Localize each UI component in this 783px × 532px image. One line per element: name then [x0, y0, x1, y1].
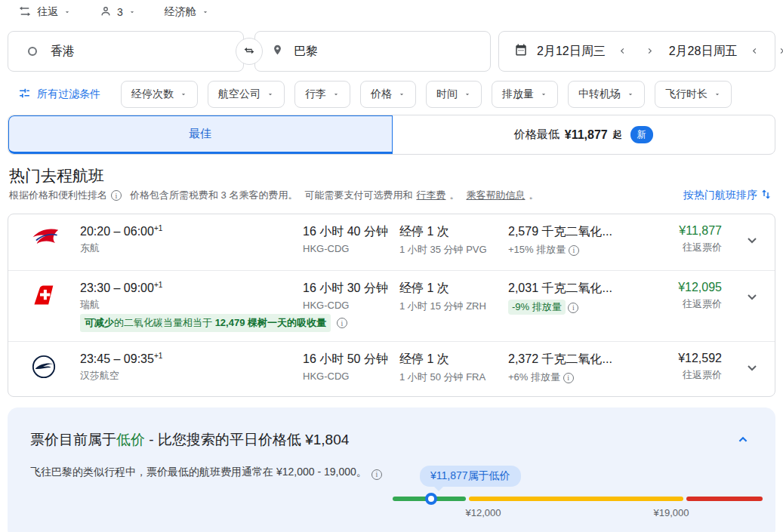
sort-button[interactable]: 按热门航班排序 — [683, 188, 772, 203]
section-subtitle: 根据价格和便利性排名 价格包含所需税费和 3 名乘客的费用。 可能需要支付可选费… — [9, 189, 538, 202]
filter-chip-connecting-airports[interactable]: 中转机场 — [568, 81, 645, 108]
results-tabbar: 最佳 价格最低 ¥11,877 起 新 — [8, 115, 775, 155]
passenger-count: 3 — [117, 6, 123, 18]
filter-chip-duration[interactable]: 飞行时长 — [655, 81, 732, 108]
filter-chip-stops[interactable]: 经停次数 — [121, 81, 198, 108]
ranked-note: 根据价格和便利性排名 — [9, 189, 107, 202]
origin-field[interactable]: 香港 — [8, 31, 244, 72]
tab-cheapest-label: 价格最低 — [514, 128, 560, 142]
flight-row-china-eastern[interactable]: 20:20 – 06:00+1 东航 16 小时 40 分钟 HKG-CDG 经… — [8, 214, 775, 270]
flight-row-swiss[interactable]: 23:30 – 09:00+1 瑞航 16 小时 30 分钟 HKG-CDG 经… — [8, 270, 775, 341]
filter-chip-airlines[interactable]: 航空公司 — [208, 81, 285, 108]
flight-price: ¥12,592 — [678, 352, 722, 365]
depart-date-prev-button[interactable] — [613, 42, 633, 61]
swap-locations-button[interactable] — [236, 38, 263, 65]
flight-layover: 1 小时 15 分钟 ZRH — [399, 300, 505, 313]
info-icon[interactable] — [111, 190, 122, 201]
chevron-down-icon — [627, 88, 634, 100]
round-trip-icon — [18, 5, 32, 20]
expand-flight-button[interactable] — [743, 231, 761, 252]
baggage-fees-link[interactable]: 行李费 — [416, 189, 445, 202]
price-insights-description: 飞往巴黎的类似行程中，票价最低的航班费用通常在 ¥12,000 - 19,000… — [30, 463, 384, 481]
chevron-left-icon — [618, 46, 627, 57]
swap-arrows-icon — [242, 44, 256, 60]
tab-best[interactable]: 最佳 — [8, 115, 393, 154]
price-tooltip: ¥11,877属于低价 — [420, 466, 521, 487]
price-insights-panel: 票价目前属于低价 - 比您搜索的平日价格低 ¥1,804 飞往巴黎的类似行程中，… — [8, 407, 775, 532]
flight-list: 20:20 – 06:00+1 东航 16 小时 40 分钟 HKG-CDG 经… — [8, 214, 775, 397]
flight-price: ¥11,877 — [679, 224, 722, 238]
price-range-slider: ¥11,877属于低价 ¥12,000 ¥19,000 — [393, 459, 770, 532]
filter-chip-price[interactable]: 价格 — [360, 81, 416, 108]
filter-chip-times[interactable]: 时间 — [426, 81, 482, 108]
airline-name: 东航 — [80, 241, 291, 255]
flight-route: HKG-CDG — [303, 300, 397, 311]
chevron-down-icon — [63, 6, 71, 18]
price-note: 价格包含所需税费和 3 名乘客的费用。 — [130, 189, 297, 202]
info-icon[interactable] — [569, 245, 579, 256]
airline-logo-lufthansa — [31, 354, 57, 383]
expand-flight-button[interactable] — [743, 358, 761, 380]
flight-row-lufthansa[interactable]: 23:45 – 09:35+1 汉莎航空 16 小时 50 分钟 HKG-CDG… — [8, 341, 775, 396]
return-date-next-button[interactable] — [772, 42, 783, 61]
chip-label: 排放量 — [502, 88, 534, 101]
chevron-down-icon — [332, 88, 340, 100]
passenger-assistance-link[interactable]: 乘客帮助信息 — [466, 189, 525, 202]
tab-cheapest-suffix: 起 — [613, 128, 622, 141]
tab-cheapest[interactable]: 价格最低 ¥11,877 起 新 — [393, 115, 775, 154]
range-low-label: ¥12,000 — [445, 507, 521, 518]
chevron-down-icon — [464, 88, 471, 100]
origin-circle-icon — [28, 47, 37, 56]
slider-typical-segment — [469, 497, 683, 501]
chevron-down-icon — [398, 88, 405, 100]
flight-price-block: ¥11,877 往返票价 — [679, 224, 722, 254]
expand-flight-button[interactable] — [743, 288, 761, 309]
slider-high-segment — [686, 497, 763, 501]
chevron-left-icon — [751, 46, 759, 57]
location-pin-icon — [272, 43, 283, 60]
chip-label: 飞行时长 — [665, 88, 707, 101]
trip-options-bar: 往返 3 经济舱 — [18, 3, 209, 21]
destination-field[interactable]: 巴黎 — [254, 31, 491, 72]
flights-results-page: 往返 3 经济舱 香港 巴黎 — [0, 0, 783, 532]
passengers-dropdown[interactable]: 3 — [100, 5, 136, 20]
range-high-label: ¥19,000 — [633, 507, 709, 518]
info-icon[interactable] — [568, 303, 578, 313]
cabin-class-dropdown[interactable]: 经济舱 — [165, 5, 209, 19]
trip-type-dropdown[interactable]: 往返 — [18, 5, 71, 20]
chevron-down-icon — [180, 88, 187, 100]
flight-duration: 16 小时 30 分钟 — [303, 281, 397, 297]
collapse-panel-button[interactable] — [735, 432, 751, 451]
filter-chip-bags[interactable]: 行李 — [294, 81, 350, 108]
filter-chip-emissions[interactable]: 排放量 — [492, 81, 558, 108]
flight-stops: 经停 1 次 — [399, 352, 505, 367]
chevron-down-icon — [267, 88, 274, 100]
flight-emissions: 2,372 千克二氧化... — [508, 352, 659, 367]
all-filters-button[interactable]: 所有过滤条件 — [18, 87, 100, 102]
chip-label: 时间 — [436, 88, 458, 101]
info-icon[interactable] — [371, 469, 382, 480]
punctuation: 。 — [529, 189, 538, 202]
flight-stops: 经停 1 次 — [399, 224, 505, 240]
depart-date-next-button[interactable] — [640, 42, 660, 61]
depart-date[interactable]: 2月12日周三 — [537, 44, 606, 60]
tab-best-label: 最佳 — [189, 127, 211, 141]
return-date-prev-button[interactable] — [744, 42, 764, 61]
flight-price-label: 往返票价 — [678, 368, 722, 382]
new-badge: 新 — [630, 126, 653, 143]
flight-times: 23:45 – 09:35+1 — [80, 352, 291, 366]
cabin-class-label: 经济舱 — [165, 5, 196, 19]
info-icon[interactable] — [337, 318, 347, 328]
chip-label: 行李 — [305, 88, 326, 101]
return-date[interactable]: 2月28日周五 — [669, 44, 738, 60]
filter-row: 所有过滤条件 经停次数 航空公司 行李 价格 时间 排放量 中转机场 — [18, 81, 732, 108]
flight-layover: 1 小时 50 分钟 FRA — [399, 371, 505, 384]
chevron-right-icon — [646, 46, 654, 57]
info-icon[interactable] — [563, 373, 574, 383]
tune-filter-icon — [18, 87, 31, 102]
origin-value: 香港 — [51, 44, 75, 60]
flight-emissions-delta: +6% 排放量 — [508, 371, 659, 384]
airline-logo-china-eastern — [31, 227, 60, 253]
airline-logo-swiss — [31, 284, 55, 309]
punctuation: 。 — [449, 189, 459, 202]
